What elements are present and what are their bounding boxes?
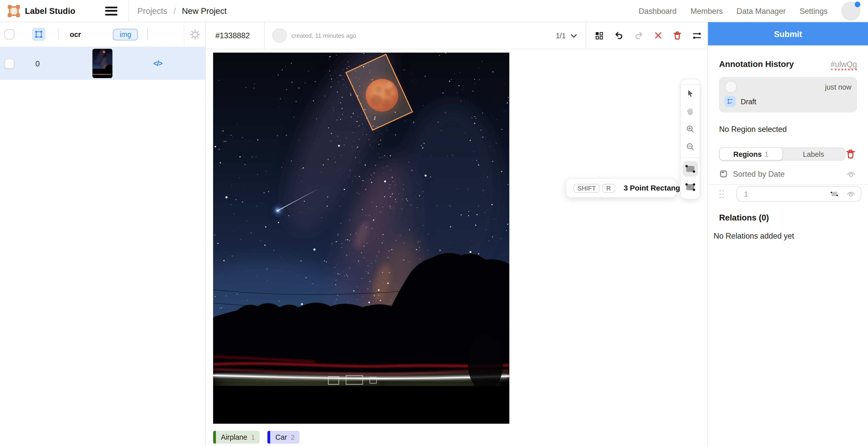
- rectangle-tool-button[interactable]: [681, 159, 700, 178]
- label-name: Car: [275, 433, 287, 442]
- task-id: #1338882: [215, 31, 250, 40]
- annotation-pagination[interactable]: 1/1: [556, 31, 578, 39]
- breadcrumb-current-project: New Project: [182, 6, 227, 16]
- undo-button[interactable]: [614, 30, 624, 40]
- top-nav: Label Studio Projects / New Project Dash…: [0, 0, 868, 22]
- hamburger-menu-button[interactable]: [105, 6, 118, 15]
- zoom-out-icon: [685, 142, 695, 152]
- label-name: Airplane: [221, 433, 247, 442]
- nav-link-settings[interactable]: Settings: [800, 6, 828, 15]
- column-divider: [148, 28, 148, 40]
- rectangle-tool-icon: [684, 162, 696, 175]
- canvas-area: Airplane 1 Car 2 SHIFT R 3 Point Rectang…: [206, 49, 708, 446]
- task-row-checkbox[interactable]: [4, 58, 14, 68]
- nav-link-data-manager[interactable]: Data Manager: [737, 6, 786, 15]
- sort-by-date-label[interactable]: Sorted by Date: [733, 169, 784, 178]
- label-color-bar: [268, 431, 271, 444]
- r-key-badge: R: [602, 183, 615, 192]
- tab-labels-label: Labels: [803, 150, 824, 158]
- region-drag-handle[interactable]: [719, 189, 724, 198]
- breadcrumb: Projects / New Project: [137, 6, 227, 16]
- zoom-out-tool-button[interactable]: [681, 138, 700, 155]
- nav-link-dashboard[interactable]: Dashboard: [639, 6, 677, 15]
- label-studio-logo-icon[interactable]: [7, 4, 21, 18]
- label-hotkey-bar: Airplane 1 Car 2: [213, 431, 300, 444]
- region-list-item-1[interactable]: 1: [719, 186, 857, 202]
- delete-annotation-button[interactable]: [673, 30, 682, 40]
- annotation-side-panel: Submit Annotation History #ulwQg just no…: [708, 22, 868, 446]
- palette-drag-handle[interactable]: [681, 79, 700, 85]
- sliders-icon: [692, 31, 702, 40]
- draft-rectangle-region[interactable]: [346, 54, 412, 130]
- tab-labels[interactable]: Labels: [782, 148, 845, 160]
- history-status: Draft: [741, 97, 756, 106]
- notification-dot: [855, 1, 860, 7]
- annotation-id[interactable]: #ulwQg: [831, 60, 857, 70]
- region-visibility-button[interactable]: [846, 190, 856, 198]
- column-type-chip-img[interactable]: img: [113, 28, 138, 40]
- task-row-id: 0: [35, 59, 40, 68]
- annotation-image-canvas[interactable]: [213, 53, 509, 424]
- history-entry-draft[interactable]: just now Draft: [719, 77, 857, 113]
- select-all-checkbox[interactable]: [4, 29, 14, 39]
- pagination-count: 1/1: [556, 31, 566, 39]
- annotation-workspace: #1338882 created, 11 minutes ago 1/1: [206, 22, 708, 446]
- toolbar-divider: [264, 22, 265, 49]
- regions-sort-row: Sorted by Date: [719, 169, 857, 178]
- submit-button[interactable]: Submit: [708, 22, 868, 45]
- task-source-code-icon[interactable]: </>: [153, 59, 162, 67]
- move-tool-button[interactable]: [681, 85, 700, 102]
- pan-tool-button[interactable]: [681, 102, 700, 120]
- three-point-rectangle-tool-button[interactable]: [681, 178, 700, 196]
- region-list-divider: [708, 184, 868, 185]
- region-overlay[interactable]: [213, 53, 509, 424]
- column-header-ocr[interactable]: ocr: [70, 30, 81, 38]
- redo-icon: [634, 30, 644, 40]
- breadcrumb-separator: /: [174, 6, 176, 16]
- label-chip-car[interactable]: Car 2: [268, 431, 300, 444]
- toggle-all-regions-visibility-button[interactable]: [846, 170, 857, 178]
- tool-palette: [680, 79, 700, 199]
- relations-empty-text: No Relations added yet: [714, 232, 857, 240]
- gear-icon: [189, 28, 200, 40]
- history-time: just now: [825, 83, 851, 91]
- breadcrumb-projects-link[interactable]: Projects: [137, 6, 167, 16]
- label-hotkey: 2: [291, 434, 294, 441]
- region-item-box[interactable]: 1: [736, 186, 861, 202]
- grid-icon: [594, 31, 604, 40]
- sort-by-date-icon[interactable]: [719, 169, 728, 178]
- task-row-0[interactable]: 0 </>: [0, 47, 205, 80]
- chevron-down-icon: [569, 31, 578, 39]
- reset-annotation-button[interactable]: [654, 31, 663, 40]
- task-list-sidebar: ocr img 0: [0, 22, 206, 446]
- label-chip-airplane[interactable]: Airplane 1: [213, 431, 260, 444]
- rectangle-region-icon: [830, 189, 839, 198]
- palette-divider: [681, 157, 700, 159]
- settings-sliders-button[interactable]: [692, 31, 702, 40]
- shift-key-badge: SHIFT: [574, 183, 600, 192]
- annotation-history-title: Annotation History: [719, 59, 794, 68]
- delete-regions-button[interactable]: [845, 149, 856, 159]
- zoom-in-tool-button[interactable]: [681, 120, 700, 138]
- user-avatar[interactable]: [841, 1, 860, 20]
- annotator-avatar: [273, 28, 287, 42]
- task-list-header: ocr img: [0, 22, 205, 47]
- view-all-regions-button[interactable]: [594, 31, 604, 40]
- label-hotkey: 1: [251, 434, 255, 441]
- nav-link-members[interactable]: Members: [690, 6, 722, 15]
- task-thumbnail[interactable]: [92, 49, 112, 78]
- nav-divider: [129, 0, 129, 22]
- tooltip-label: 3 Point Rectangle: [624, 184, 686, 192]
- regions-column-button[interactable]: [32, 28, 45, 41]
- history-avatar: [724, 81, 737, 93]
- column-divider: [58, 28, 59, 40]
- region-id: 1: [744, 190, 748, 198]
- draft-status-icon: [724, 96, 736, 107]
- toolbar-divider: [586, 22, 586, 49]
- x-icon: [654, 31, 663, 40]
- tab-regions[interactable]: Regions 1: [719, 148, 782, 160]
- redo-button[interactable]: [634, 30, 644, 40]
- undo-icon: [614, 30, 624, 40]
- columns-settings-button[interactable]: [184, 22, 205, 47]
- tool-shortcut-tooltip: SHIFT R 3 Point Rectangle: [566, 178, 677, 198]
